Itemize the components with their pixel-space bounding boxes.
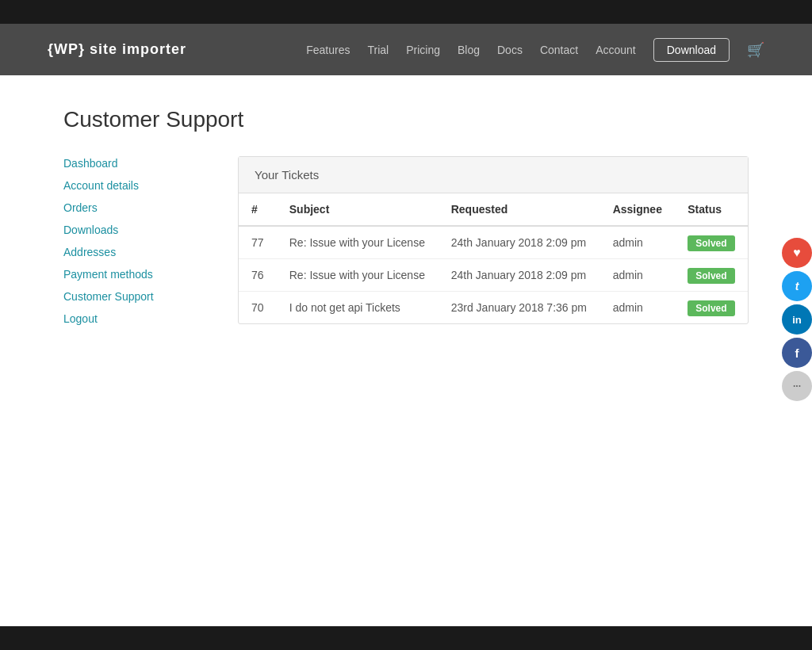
col-header-assignee: Assignee — [600, 193, 676, 226]
sidebar-item-customer-support[interactable]: Customer Support — [63, 289, 206, 304]
ticket-status: Solved — [675, 259, 748, 292]
sidebar: Dashboard Account details Orders Downloa… — [63, 156, 206, 334]
ticket-assignee: admin — [600, 259, 676, 292]
main-area: Your Tickets # Subject Requested Assigne… — [238, 156, 749, 334]
social-facebook-button[interactable]: f — [782, 338, 812, 365]
sidebar-nav: Dashboard Account details Orders Downloa… — [63, 156, 206, 326]
ticket-status: Solved — [675, 292, 748, 324]
ticket-assignee: admin — [600, 226, 676, 259]
tickets-table: # Subject Requested Assignee Status 77 R… — [239, 193, 748, 323]
status-badge: Solved — [688, 235, 734, 251]
col-header-requested: Requested — [439, 193, 600, 226]
nav-item-pricing[interactable]: Pricing — [406, 43, 440, 57]
nav-item-docs[interactable]: Docs — [497, 43, 523, 57]
ticket-id: 77 — [239, 226, 277, 259]
table-row[interactable]: 70 I do not get api Tickets 23rd January… — [239, 292, 748, 324]
ticket-status: Solved — [675, 226, 748, 259]
sidebar-item-account-details[interactable]: Account details — [63, 178, 206, 193]
ticket-requested: 24th January 2018 2:09 pm — [439, 259, 600, 292]
table-header-row: # Subject Requested Assignee Status — [239, 193, 748, 226]
ticket-requested: 24th January 2018 2:09 pm — [439, 226, 600, 259]
nav-cart[interactable]: 🛒 — [747, 41, 764, 59]
social-heart-button[interactable]: ♥ — [782, 238, 812, 268]
sidebar-item-logout[interactable]: Logout — [63, 312, 206, 326]
page-title: Customer Support — [63, 107, 749, 132]
table-row[interactable]: 76 Re: Issue with your License 24th Janu… — [239, 259, 748, 292]
col-header-id: # — [239, 193, 277, 226]
col-header-status: Status — [675, 193, 748, 226]
social-twitter-button[interactable]: t — [782, 271, 812, 301]
status-badge: Solved — [688, 300, 734, 316]
nav-item-blog[interactable]: Blog — [458, 43, 480, 57]
status-badge: Solved — [688, 268, 734, 284]
table-row[interactable]: 77 Re: Issue with your License 24th Janu… — [239, 226, 748, 259]
nav-item-trial[interactable]: Trial — [367, 43, 389, 57]
tickets-header: Your Tickets — [239, 157, 748, 193]
ticket-requested: 23rd January 2018 7:36 pm — [439, 292, 600, 324]
nav-item-contact[interactable]: Contact — [540, 43, 578, 57]
ticket-id: 70 — [239, 292, 277, 324]
nav-links: Features Trial Pricing Blog Docs Contact… — [306, 41, 764, 59]
sidebar-item-orders[interactable]: Orders — [63, 201, 206, 215]
ticket-id: 76 — [239, 259, 277, 292]
sidebar-item-dashboard[interactable]: Dashboard — [63, 156, 206, 170]
content-layout: Dashboard Account details Orders Downloa… — [63, 156, 749, 334]
social-linkedin-button[interactable]: in — [782, 304, 812, 335]
nav-item-download[interactable]: Download — [653, 43, 730, 57]
top-bar — [0, 0, 812, 24]
cart-icon[interactable]: 🛒 — [747, 42, 764, 58]
ticket-assignee: admin — [600, 292, 676, 324]
social-sidebar: ♥ t in f ··· — [782, 238, 812, 365]
ticket-subject: Re: Issue with your License — [277, 226, 439, 259]
sidebar-item-downloads[interactable]: Downloads — [63, 223, 206, 237]
ticket-subject: Re: Issue with your License — [277, 259, 439, 292]
navbar: {WP} site importer Features Trial Pricin… — [0, 24, 812, 75]
nav-item-features[interactable]: Features — [306, 43, 350, 57]
sidebar-item-addresses[interactable]: Addresses — [63, 245, 206, 259]
tickets-box: Your Tickets # Subject Requested Assigne… — [238, 156, 749, 324]
sidebar-item-payment-methods[interactable]: Payment methods — [63, 267, 206, 281]
col-header-subject: Subject — [277, 193, 439, 226]
ticket-subject: I do not get api Tickets — [277, 292, 439, 324]
brand-logo: {WP} site importer — [48, 41, 186, 58]
nav-item-account[interactable]: Account — [596, 43, 636, 57]
page-content: Customer Support Dashboard Account detai… — [0, 75, 812, 365]
